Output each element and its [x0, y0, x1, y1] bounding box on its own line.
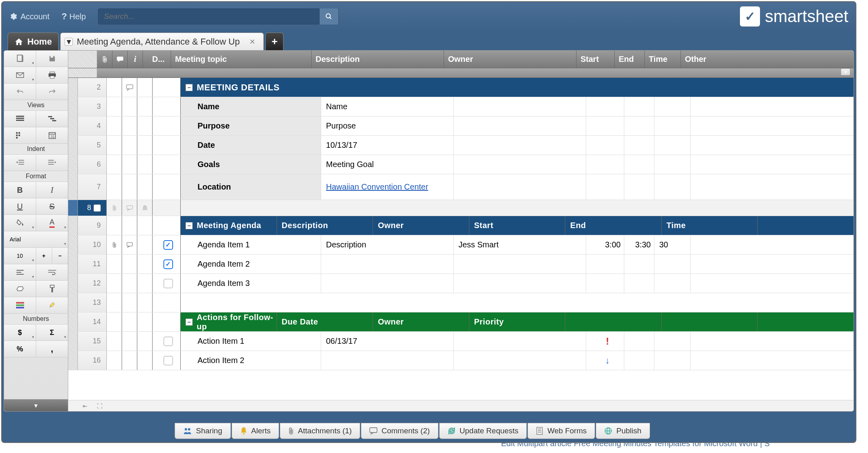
data-row-5[interactable]: 5 Date 10/13/17 [68, 136, 854, 155]
data-row-14[interactable]: 14 −Actions for Follow-up Due Date Owner… [68, 312, 854, 332]
account-link[interactable]: Account [20, 12, 49, 21]
time-column-header[interactable]: Time [645, 51, 681, 68]
indent-button[interactable] [36, 155, 68, 171]
collapse-icon[interactable]: − [185, 318, 193, 326]
grid-view-button[interactable] [4, 111, 36, 127]
data-row-15[interactable]: 15 Action Item 1 06/13/17 ! [68, 332, 854, 351]
help-link[interactable]: Help [69, 12, 86, 21]
comment-icon[interactable] [126, 205, 133, 211]
data-row-6[interactable]: 6 Goals Meeting Goal [68, 155, 854, 174]
data-row-10[interactable]: 10 ✓ Agenda Item 1 Description Jess Smar… [68, 235, 854, 255]
calendar-view-button[interactable]: 31 [36, 127, 68, 143]
wrap-icon [48, 269, 56, 275]
new-tab-button[interactable]: + [265, 33, 283, 50]
form-icon [536, 427, 543, 435]
comment-icon[interactable] [126, 242, 133, 248]
end-column-header[interactable]: End [615, 51, 645, 68]
sharing-tab[interactable]: Sharing [175, 423, 231, 439]
currency-button[interactable]: $▾ [4, 324, 36, 341]
comment-icon[interactable] [126, 84, 133, 91]
attachments-column-header[interactable] [97, 51, 112, 68]
attachments-tab[interactable]: Attachments (1) [280, 423, 360, 439]
data-row-8[interactable]: 8▾ [68, 200, 854, 216]
comments-column-header[interactable] [112, 51, 128, 68]
row-menu-dropdown[interactable]: ▾ [94, 204, 101, 212]
done-checkbox[interactable] [163, 279, 173, 288]
collapse-icon[interactable]: − [185, 222, 193, 229]
done-checkbox[interactable] [163, 356, 173, 365]
strikethrough-button[interactable]: S [36, 198, 68, 214]
fill-color-button[interactable]: ▾ [4, 215, 36, 231]
done-checkbox[interactable]: ✓ [163, 240, 173, 250]
text-color-button[interactable]: A▾ [36, 215, 68, 231]
font-select[interactable]: Arial▾ [4, 231, 68, 247]
expand-toolbar-button[interactable]: ▼ [4, 399, 68, 411]
thousands-button[interactable]: , [36, 341, 68, 357]
underline-button[interactable]: U [4, 198, 36, 214]
conditional-format-button[interactable] [4, 297, 36, 313]
data-row-12[interactable]: 12 Agenda Item 3 [68, 274, 854, 293]
highlight-button[interactable] [36, 297, 68, 313]
format-painter-button[interactable] [36, 281, 68, 297]
font-size-select[interactable]: 10▾ [4, 248, 36, 264]
data-row-9[interactable]: 9 −Meeting Agenda Description Owner Star… [68, 216, 854, 235]
indicator-column-header[interactable]: i [128, 51, 143, 68]
update-requests-tab[interactable]: Update Requests [439, 423, 527, 439]
bold-button[interactable]: B [4, 182, 36, 198]
web-forms-tab[interactable]: Web Forms [528, 423, 595, 439]
sum-button[interactable]: Σ▾ [36, 324, 68, 341]
description-column-header[interactable]: Description [312, 51, 444, 68]
data-row-4[interactable]: 4 Purpose Purpose [68, 116, 854, 136]
owner-column-header[interactable]: Owner [444, 51, 577, 68]
done-checkbox[interactable]: ✓ [163, 259, 173, 269]
search-input[interactable] [98, 12, 319, 21]
data-row-3[interactable]: 3 Name Name [68, 97, 854, 116]
data-row-16[interactable]: 16 Action Item 2 ↓ [68, 351, 854, 370]
search-box[interactable] [98, 8, 339, 24]
tab-dropdown[interactable]: ▾ [65, 38, 73, 46]
paperclip-icon[interactable] [112, 242, 117, 248]
italic-button[interactable]: I [36, 182, 68, 198]
redo-button[interactable] [36, 84, 68, 100]
indent-icon [48, 160, 56, 165]
go-to-start-button[interactable]: ⇤ [78, 403, 92, 409]
home-tab[interactable]: Home [8, 33, 59, 50]
search-button[interactable] [319, 8, 338, 24]
row-number[interactable]: 2 [78, 78, 107, 97]
new-sheet-button[interactable]: ▾ [4, 51, 36, 67]
alerts-tab[interactable]: Alerts [232, 423, 279, 439]
percent-button[interactable]: % [4, 341, 36, 357]
data-row-2[interactable]: 2 −MEETING DETAILS [68, 78, 854, 97]
outdent-button[interactable] [4, 155, 36, 171]
other-column-header[interactable]: Other [681, 51, 854, 68]
data-row-13[interactable]: 13 [68, 293, 854, 312]
data-row-11[interactable]: 11 ✓ Agenda Item 2 [68, 255, 854, 274]
decrease-size-button[interactable]: − [52, 248, 68, 264]
align-button[interactable]: ▾ [4, 264, 36, 280]
sheet-tab[interactable]: ▾ Meeting Agenda, Attendance & Follow Up… [60, 33, 264, 50]
save-button[interactable] [36, 51, 68, 67]
start-column-header[interactable]: Start [577, 51, 615, 68]
gantt-view-button[interactable] [36, 111, 68, 127]
topic-column-header[interactable]: Meeting topic [171, 51, 312, 68]
print-button[interactable] [36, 67, 68, 83]
data-row-7[interactable]: 7 Location Hawaiian Convention Center [68, 174, 854, 200]
card-view-button[interactable] [4, 127, 36, 143]
publish-tab[interactable]: Publish [596, 423, 650, 439]
reminder-icon[interactable] [142, 205, 148, 211]
paperclip-icon[interactable] [112, 205, 117, 211]
wrap-button[interactable] [36, 264, 68, 280]
collapse-icon[interactable]: − [185, 84, 193, 91]
clear-format-button[interactable] [4, 281, 36, 297]
fullscreen-button[interactable]: ⛶ [92, 403, 107, 409]
comments-tab[interactable]: Comments (2) [361, 423, 438, 439]
column-dropdown[interactable]: ▾ [841, 68, 850, 76]
increase-size-button[interactable]: + [36, 248, 52, 264]
comment-icon [369, 427, 377, 435]
close-icon[interactable]: ✕ [249, 37, 255, 46]
undo-button[interactable] [4, 84, 36, 100]
mail-button[interactable]: ▾ [4, 67, 36, 83]
done-column-header[interactable]: D... [143, 51, 171, 68]
done-checkbox[interactable] [163, 337, 173, 346]
location-link[interactable]: Hawaiian Convention Center [326, 182, 428, 192]
